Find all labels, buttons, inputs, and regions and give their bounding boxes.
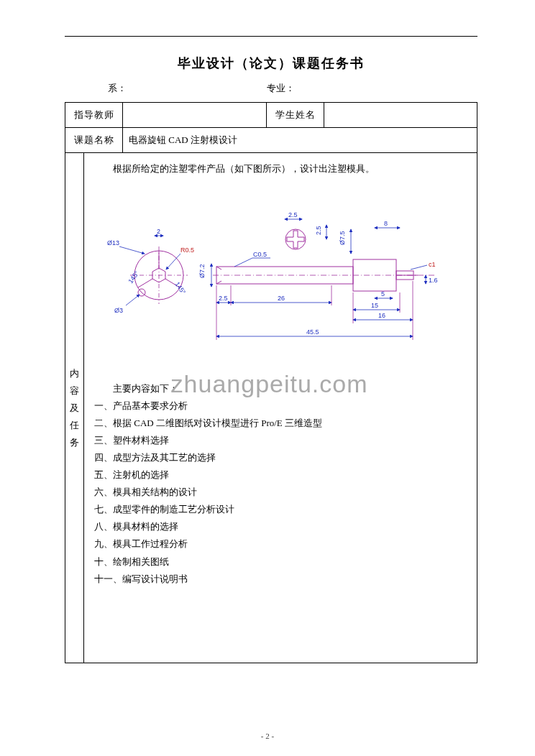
dim-d72: Ø7.2 bbox=[198, 264, 206, 279]
major-label: 专业： bbox=[238, 82, 477, 95]
list-item: 四、成型方法及其工艺的选择 bbox=[94, 449, 468, 466]
list-item: 二、根据 CAD 二维图纸对设计模型进行 Pro/E 三维造型 bbox=[94, 415, 468, 432]
intro-text: 根据所给定的注塑零件产品（如下图所示），设计出注塑模具。 bbox=[94, 160, 468, 178]
list-item: 九、模具工作过程分析 bbox=[94, 535, 468, 553]
sub-row: 系： 专业： bbox=[65, 82, 477, 95]
department-label: 系： bbox=[65, 82, 238, 95]
page-number: - 2 - bbox=[0, 732, 535, 740]
svg-line-9 bbox=[166, 254, 180, 269]
student-label: 学生姓名 bbox=[267, 103, 324, 128]
list-item: 十、绘制相关图纸 bbox=[94, 553, 468, 571]
side-char: 及 bbox=[70, 402, 79, 415]
advisor-value bbox=[123, 103, 267, 128]
advisor-label: 指导教师 bbox=[65, 103, 123, 128]
list-item: 十一、编写设计说明书 bbox=[94, 571, 468, 588]
svg-line-15 bbox=[216, 281, 221, 284]
doc-title: 毕业设计（论文）课题任务书 bbox=[65, 55, 477, 72]
list-item: 三、塑件材料选择 bbox=[94, 432, 468, 449]
svg-point-12 bbox=[285, 229, 306, 249]
dim-145a: 145° bbox=[127, 269, 140, 285]
dim-c1: c1 bbox=[429, 261, 436, 268]
dim-26: 26 bbox=[278, 295, 285, 302]
side-char: 内 bbox=[70, 367, 79, 380]
page: 毕业设计（论文）课题任务书 系： 专业： 指导教师 学生姓名 课题名称 电器旋钮… bbox=[0, 0, 535, 756]
svg-line-8 bbox=[126, 295, 140, 305]
dim-25a: 2.5 bbox=[288, 211, 298, 218]
table-row: 指导教师 学生姓名 bbox=[65, 103, 477, 128]
side-char: 务 bbox=[70, 436, 79, 449]
side-label: 内 容 及 任 务 bbox=[65, 153, 84, 663]
dim-16: 16 bbox=[378, 312, 385, 319]
svg-line-7 bbox=[119, 246, 145, 254]
side-char: 任 bbox=[70, 419, 79, 432]
svg-line-5 bbox=[138, 279, 152, 287]
dim-8: 8 bbox=[384, 220, 388, 227]
dim-25b: 2.5 bbox=[315, 226, 322, 236]
svg-line-14 bbox=[216, 267, 221, 269]
dim-145b: 145° bbox=[173, 280, 187, 295]
header-table: 指导教师 学生姓名 课题名称 电器旋钮 CAD 注射模设计 bbox=[65, 102, 477, 153]
dim-d3: Ø3 bbox=[114, 307, 123, 314]
dim-c05: C0.5 bbox=[253, 251, 267, 258]
list-item: 一、产品基本要求分析 bbox=[94, 397, 468, 415]
content-list: 主要内容如下： 一、产品基本要求分析 二、根据 CAD 二维图纸对设计模型进行 … bbox=[94, 380, 468, 588]
list-header: 主要内容如下： bbox=[94, 380, 468, 397]
table-row: 课题名称 电器旋钮 CAD 注射模设计 bbox=[65, 128, 477, 153]
dim-16t: 1.6 bbox=[429, 277, 438, 284]
dim-t2: 2 bbox=[157, 228, 160, 235]
list-item: 八、模具材料的选择 bbox=[94, 518, 468, 535]
dim-d13: Ø13 bbox=[107, 239, 119, 246]
dim-15: 15 bbox=[371, 302, 378, 309]
svg-line-26 bbox=[411, 265, 427, 269]
list-item: 六、模具相关结构的设计 bbox=[94, 484, 468, 501]
svg-line-20 bbox=[234, 258, 252, 267]
dim-5: 5 bbox=[381, 290, 385, 298]
topic-label: 课题名称 bbox=[65, 128, 123, 153]
dim-25c: 2.5 bbox=[219, 295, 228, 302]
dim-r05: R0.5 bbox=[180, 246, 194, 254]
topic-value: 电器旋钮 CAD 注射模设计 bbox=[123, 128, 477, 153]
engineering-diagram: Ø13 Ø3 145° 145° R0.5 2 bbox=[94, 182, 468, 376]
content-body: 根据所给定的注塑零件产品（如下图所示），设计出注塑模具。 bbox=[84, 153, 477, 663]
list-item: 七、成型零件的制造工艺分析设计 bbox=[94, 501, 468, 518]
content-cell: 内 容 及 任 务 根据所给定的注塑零件产品（如下图所示），设计出注塑模具。 bbox=[65, 153, 477, 663]
list-item: 五、注射机的选择 bbox=[94, 466, 468, 484]
dim-455: 45.5 bbox=[306, 328, 319, 336]
top-rule bbox=[65, 36, 477, 37]
drawing-svg: Ø13 Ø3 145° 145° R0.5 2 bbox=[94, 182, 468, 376]
dim-d75: Ø7.5 bbox=[339, 231, 346, 246]
student-value bbox=[324, 103, 477, 128]
side-char: 容 bbox=[70, 384, 79, 397]
